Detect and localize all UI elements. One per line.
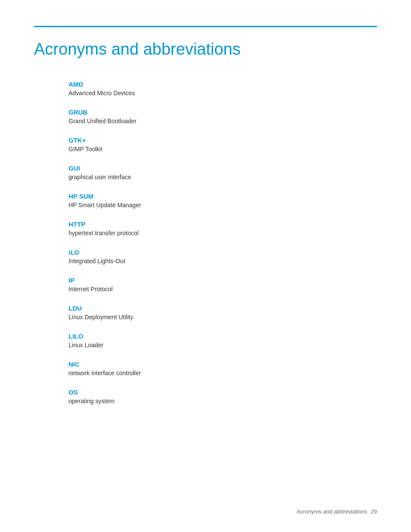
acronym-item: NICnetwork interface controller xyxy=(68,361,377,376)
page-title: Acronyms and abbreviations xyxy=(34,40,377,59)
acronym-item: LDULinux Deployment Utility xyxy=(68,305,377,320)
acronym-item: GRUBGrand Unified Bootloader xyxy=(68,109,377,124)
page-container: Acronyms and abbreviations AMDAdvanced M… xyxy=(0,0,411,532)
acronym-term: OS xyxy=(68,389,377,396)
acronym-item: IPInternet Protocol xyxy=(68,277,377,292)
acronym-item: LILOLinux Loader xyxy=(68,333,377,348)
acronym-list: AMDAdvanced Micro DevicesGRUBGrand Unifi… xyxy=(68,81,377,404)
acronym-item: iLOIntegrated Lights-Out xyxy=(68,249,377,264)
acronym-item: AMDAdvanced Micro Devices xyxy=(68,81,377,96)
footer-page-number: 29 xyxy=(371,508,377,515)
acronym-term: GRUB xyxy=(68,109,377,116)
acronym-term: NIC xyxy=(68,361,377,368)
acronym-item: GTK+GIMP Toolkit xyxy=(68,137,377,152)
acronym-term: HTTP xyxy=(68,221,377,228)
acronym-term: HP SUM xyxy=(68,193,377,200)
acronym-term: iLO xyxy=(68,249,377,256)
acronym-definition: HP Smart Update Manager xyxy=(68,202,377,208)
acronym-definition: network interface controller xyxy=(68,370,377,376)
acronym-definition: operating system xyxy=(68,398,377,404)
acronym-definition: Integrated Lights-Out xyxy=(68,258,377,264)
acronym-definition: Internet Protocol xyxy=(68,286,377,292)
acronym-definition: Grand Unified Bootloader xyxy=(68,118,377,124)
acronym-term: GUI xyxy=(68,165,377,172)
acronym-definition: graphical user interface xyxy=(68,174,377,180)
acronym-definition: Linux Loader xyxy=(68,342,377,348)
footer-text: Acronyms and abbreviations xyxy=(297,508,367,515)
page-footer: Acronyms and abbreviations 29 xyxy=(297,508,377,515)
acronym-term: LDU xyxy=(68,305,377,312)
acronym-item: OSoperating system xyxy=(68,389,377,404)
acronym-item: GUIgraphical user interface xyxy=(68,165,377,180)
acronym-definition: hypertext transfer protocol xyxy=(68,230,377,236)
acronym-term: LILO xyxy=(68,333,377,340)
acronym-definition: Linux Deployment Utility xyxy=(68,314,377,320)
acronym-item: HTTPhypertext transfer protocol xyxy=(68,221,377,236)
acronym-definition: Advanced Micro Devices xyxy=(68,90,377,96)
acronym-definition: GIMP Toolkit xyxy=(68,146,377,152)
acronym-term: AMD xyxy=(68,81,377,88)
top-rule xyxy=(34,26,377,27)
acronym-term: GTK+ xyxy=(68,137,377,144)
acronym-item: HP SUMHP Smart Update Manager xyxy=(68,193,377,208)
acronym-term: IP xyxy=(68,277,377,284)
